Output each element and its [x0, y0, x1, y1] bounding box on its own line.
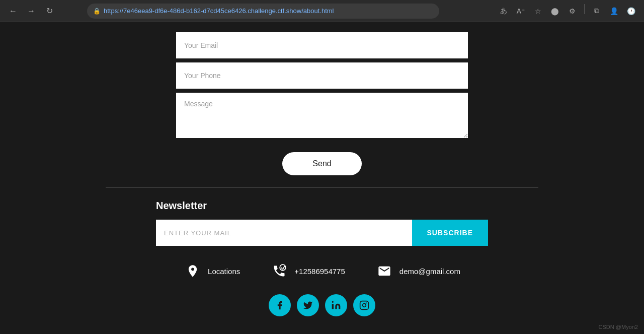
- settings-button[interactable]: ⚙: [565, 4, 579, 18]
- profile-button[interactable]: 👤: [607, 4, 621, 18]
- history-button[interactable]: 🕐: [624, 4, 638, 18]
- url-text: https://7e46eea9-df6e-486d-b162-d7cd45ce…: [104, 7, 433, 15]
- instagram-button[interactable]: [353, 294, 375, 316]
- browser-chrome: ← → ↻ 🔒 https://7e46eea9-df6e-486d-b162-…: [0, 0, 644, 22]
- contact-form: Send: [166, 32, 478, 175]
- message-textarea[interactable]: [176, 93, 468, 138]
- extensions-button[interactable]: ⬤: [548, 4, 562, 18]
- newsletter-section: Newsletter SUBSCRIBE: [146, 200, 498, 246]
- subscribe-button[interactable]: SUBSCRIBE: [412, 220, 488, 246]
- email-label: demo@gmail.com: [399, 267, 460, 276]
- favorites-button[interactable]: ☆: [531, 4, 545, 18]
- browser-actions: あ A⁺ ☆ ⬤ ⚙ ⧉ 👤 🕐: [497, 4, 638, 18]
- location-icon: [184, 262, 202, 280]
- svg-rect-1: [332, 304, 334, 309]
- send-button[interactable]: Send: [282, 152, 361, 175]
- location-label: Locations: [208, 267, 240, 276]
- contact-info-row: Locations +12586954775 demo@gmail.com: [0, 262, 644, 280]
- phone-item: +12586954775: [270, 262, 345, 280]
- newsletter-title: Newsletter: [156, 200, 488, 212]
- lock-icon: 🔒: [93, 8, 101, 15]
- location-item: Locations: [184, 262, 240, 280]
- newsletter-email-input[interactable]: [156, 220, 412, 246]
- forward-button[interactable]: →: [24, 4, 38, 18]
- twitter-button[interactable]: [297, 294, 319, 316]
- back-button[interactable]: ←: [6, 4, 20, 18]
- address-bar[interactable]: 🔒 https://7e46eea9-df6e-486d-b162-d7cd45…: [87, 4, 439, 19]
- section-divider: [106, 187, 538, 188]
- phone-icon: [270, 262, 288, 280]
- svg-point-2: [332, 301, 334, 303]
- email-input[interactable]: [176, 32, 468, 58]
- refresh-button[interactable]: ↻: [42, 4, 56, 18]
- split-view-button[interactable]: ⧉: [590, 4, 604, 18]
- email-icon: [375, 262, 393, 280]
- facebook-button[interactable]: [269, 294, 291, 316]
- reader-button[interactable]: A⁺: [514, 4, 528, 18]
- phone-input[interactable]: [176, 62, 468, 89]
- page-content: Send Newsletter SUBSCRIBE Locations: [0, 22, 644, 334]
- phone-label: +12586954775: [294, 267, 345, 276]
- divider: [584, 4, 585, 14]
- social-icons-row: [269, 294, 375, 316]
- svg-rect-3: [360, 301, 369, 310]
- email-item: demo@gmail.com: [375, 262, 460, 280]
- linkedin-button[interactable]: [325, 294, 347, 316]
- translate-button[interactable]: あ: [497, 4, 511, 18]
- newsletter-form: SUBSCRIBE: [156, 220, 488, 246]
- watermark: CSDN @Myon2: [599, 324, 638, 330]
